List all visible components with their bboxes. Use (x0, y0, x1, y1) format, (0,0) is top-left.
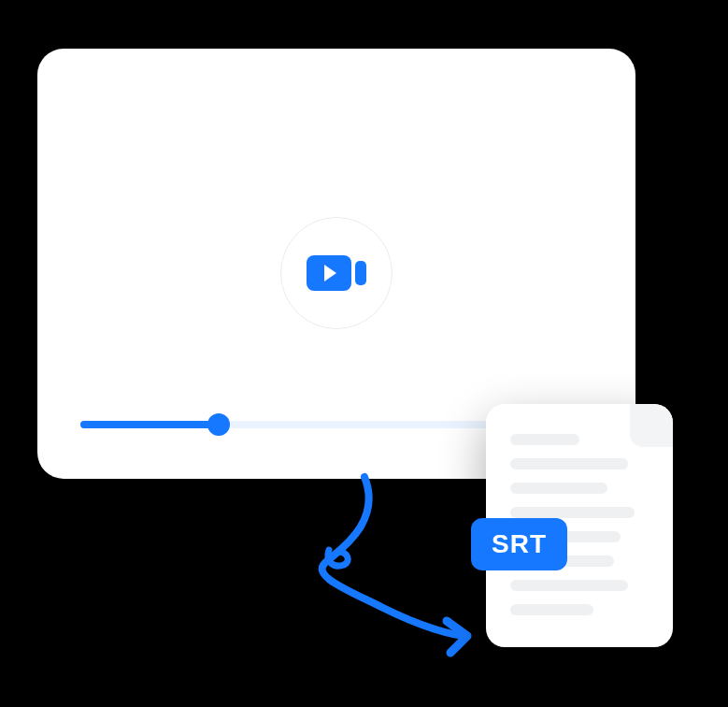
file-line (510, 580, 628, 591)
play-button[interactable] (280, 217, 393, 329)
file-line (510, 483, 607, 494)
file-line (510, 434, 579, 445)
file-line (510, 458, 628, 469)
file-fold-icon (630, 404, 673, 447)
srt-file-card: SRT (486, 404, 673, 647)
progress-fill (80, 421, 219, 428)
file-line (510, 604, 593, 615)
video-camera-icon (307, 255, 366, 291)
srt-badge: SRT (471, 518, 567, 570)
curved-arrow-icon (280, 468, 486, 664)
progress-thumb[interactable] (207, 413, 230, 436)
file-line (510, 507, 635, 518)
